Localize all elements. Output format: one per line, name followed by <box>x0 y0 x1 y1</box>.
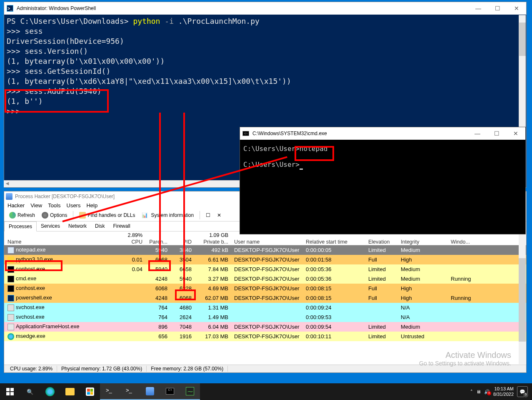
find-handles-button[interactable]: Find handles or DLLs <box>77 211 137 219</box>
options-button[interactable]: Options <box>39 211 70 219</box>
header-integ[interactable]: Integrity <box>399 239 449 245</box>
process-icon <box>7 247 14 254</box>
menu-users[interactable]: Users <box>67 202 81 209</box>
notification-button[interactable]: 💬5 <box>517 386 528 397</box>
search-button[interactable]: 🔍 <box>20 383 40 400</box>
powershell-icon: >_ <box>106 387 114 395</box>
table-row[interactable]: notepad.exe59403840492 kBDESKTOP-FSGJK7O… <box>4 245 526 255</box>
cell-parent: 764 <box>146 314 171 320</box>
table-row[interactable]: conhost.exe606863284.69 MBDESKTOP-FSGJK7… <box>4 284 526 293</box>
cell-windo: Running <box>449 295 482 301</box>
tab-network[interactable]: Network <box>64 221 91 231</box>
tab-services[interactable]: Services <box>37 221 64 231</box>
powershell-icon: >_ <box>126 387 134 395</box>
process-icon <box>7 333 14 340</box>
taskbar-process-hacker[interactable] <box>140 383 160 400</box>
tab-disk[interactable]: Disk <box>91 221 109 231</box>
process-name: notepad.exe <box>16 247 46 253</box>
cmd-title: C:\Windows\SYSTEM32\cmd.exe <box>252 131 327 136</box>
table-row[interactable]: conhost.exe0.04594066587.84 MBDESKTOP-FS… <box>4 264 526 274</box>
menu-tools[interactable]: Tools <box>48 202 60 209</box>
table-row[interactable]: svchost.exe76426241.49 MB0:00:09:53N/A <box>4 312 526 322</box>
clock[interactable]: 10:13 AM 8/31/2022 <box>493 386 514 397</box>
cell-time: 0:00:08:15 <box>304 295 367 301</box>
table-row[interactable]: svchost.exe76446801.31 MB0:00:09:24N/A <box>4 303 526 312</box>
header-windo[interactable]: Windo... <box>449 239 482 245</box>
extra-button-1[interactable]: ☐ <box>203 211 213 219</box>
cell-pid: 6068 <box>171 295 195 301</box>
cell-user: DESKTOP-FSGJK7O\User <box>232 333 304 340</box>
process-hacker-icon <box>146 387 154 395</box>
cell-pid: 6658 <box>171 266 195 272</box>
cell-elev: Limited <box>367 247 399 253</box>
svg-rect-3 <box>10 392 14 395</box>
taskbar-store[interactable] <box>80 383 100 400</box>
taskbar-edge[interactable] <box>40 383 60 400</box>
menu-view[interactable]: View <box>30 202 42 209</box>
cell-user: DESKTOP-FSGJK7O\User <box>232 247 304 253</box>
tab-processes[interactable]: Processes <box>4 221 37 231</box>
maximize-button[interactable]: ☐ <box>487 127 506 140</box>
ps-prompt: PS C:\Users\User\Downloads> <box>7 17 133 25</box>
header-user[interactable]: User name <box>232 239 304 245</box>
powershell-titlebar[interactable]: >_ Administrator: Windows PowerShell — ☐… <box>4 2 526 15</box>
table-row[interactable]: python3.10.exe0.01606835046.61 MBDESKTOP… <box>4 255 526 264</box>
start-button[interactable] <box>0 383 20 400</box>
cell-user: DESKTOP-FSGJK7O\User <box>232 266 304 272</box>
taskbar-cmd[interactable]: C:\ <box>160 383 180 400</box>
refresh-button[interactable]: Refresh <box>7 211 37 219</box>
svg-rect-1 <box>10 388 14 391</box>
scrollbar-vertical[interactable] <box>519 233 526 364</box>
tab-firewall[interactable]: Firewall <box>109 221 134 231</box>
taskbar-powershell-2[interactable]: >_ <box>120 383 140 400</box>
maximize-button[interactable]: ☐ <box>488 2 507 15</box>
cell-cpu: 0.01 <box>121 257 146 263</box>
ps-line: >>> sess.Version() <box>7 46 524 56</box>
header-time[interactable]: Relative start time <box>304 239 367 245</box>
header-cpu[interactable]: CPU <box>121 239 146 245</box>
cpu-total: 2.89% <box>121 232 146 238</box>
powershell-title: Administrator: Windows PowerShell <box>17 5 96 11</box>
mem-total: 1.09 GB <box>195 232 232 238</box>
minimize-button[interactable]: — <box>468 127 487 140</box>
tray-volume-icon[interactable]: 🔊x <box>484 389 490 395</box>
minimize-button[interactable]: — <box>469 2 488 15</box>
close-button[interactable]: ✕ <box>507 2 526 15</box>
tray-network-icon[interactable]: 🖥 <box>476 389 481 394</box>
process-name: cmd.exe <box>16 275 36 282</box>
cell-integ: Medium <box>399 276 449 282</box>
table-row[interactable]: powershell.exe4248606862.07 MBDESKTOP-FS… <box>4 293 526 303</box>
header-elev[interactable]: Elevation <box>367 239 399 245</box>
header-parent[interactable]: Paren... <box>146 239 171 245</box>
table-row[interactable]: msedge.exe656191617.03 MBDESKTOP-FSGJK7O… <box>4 332 526 341</box>
cell-integ: N/A <box>399 304 449 311</box>
table-row[interactable]: ApplicationFrameHost.exe89670486.04 MBDE… <box>4 322 526 332</box>
cell-parent: 764 <box>146 304 171 311</box>
cell-time: 0:00:09:54 <box>304 324 367 330</box>
taskbar-explorer[interactable] <box>60 383 80 400</box>
cell-pid: 3504 <box>171 257 195 263</box>
menu-help[interactable]: Help <box>86 202 97 209</box>
menu-hacker[interactable]: Hacker <box>7 202 25 209</box>
taskbar-powershell[interactable]: >_ <box>100 383 120 400</box>
cell-integ: High <box>399 285 449 292</box>
cmd-body[interactable]: C:\Users\User>notepad C:\Users\User> <box>240 140 525 174</box>
status-free: Free memory: 2.28 GB (57.00%) <box>147 366 228 372</box>
cell-pid: 2624 <box>171 314 195 320</box>
tray-chevron-icon[interactable]: ˄ <box>470 389 473 395</box>
system-info-button[interactable]: 📊System information <box>139 211 196 219</box>
cmd-titlebar[interactable]: C:\ C:\Windows\SYSTEM32\cmd.exe — ☐ ✕ <box>240 127 525 140</box>
cell-elev: Limited <box>367 324 399 330</box>
cell-pid: 4680 <box>171 304 195 311</box>
cell-time: 0:00:05:36 <box>304 276 367 282</box>
header-pid[interactable]: PID <box>171 239 195 245</box>
cell-pid: 5940 <box>171 276 195 282</box>
cell-pid: 3840 <box>171 247 195 253</box>
extra-button-2[interactable]: ✕ <box>215 211 224 219</box>
header-priv[interactable]: Private b... <box>195 239 232 245</box>
ps-line: (1, b'') <box>7 96 524 106</box>
table-row[interactable]: cmd.exe424859403.27 MBDESKTOP-FSGJK7O\Us… <box>4 274 526 284</box>
taskbar-monitor[interactable]: ⁓ <box>180 383 200 400</box>
header-name[interactable]: Name <box>4 239 121 245</box>
close-button[interactable]: ✕ <box>506 127 525 140</box>
